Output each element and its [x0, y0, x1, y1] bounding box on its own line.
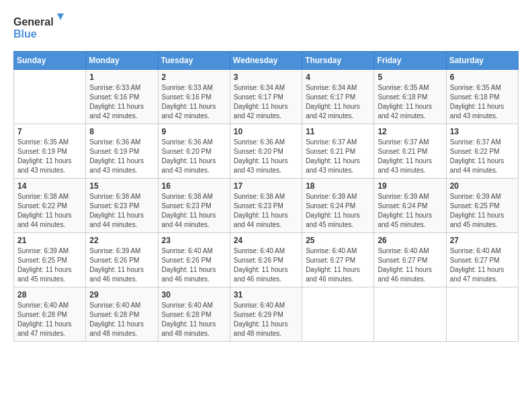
calendar-cell: 4Sunrise: 6:34 AM Sunset: 6:17 PM Daylig…: [302, 70, 374, 124]
calendar-cell: 2Sunrise: 6:33 AM Sunset: 6:16 PM Daylig…: [158, 70, 230, 124]
day-number: 1: [89, 73, 154, 82]
day-number: 17: [234, 181, 298, 191]
calendar-cell: 13Sunrise: 6:37 AM Sunset: 6:22 PM Dayli…: [446, 124, 518, 179]
day-info: Sunrise: 6:35 AM Sunset: 6:19 PM Dayligh…: [17, 138, 82, 175]
calendar-cell: 28Sunrise: 6:40 AM Sunset: 6:28 PM Dayli…: [14, 287, 86, 342]
calendar-cell: [446, 287, 518, 342]
day-info: Sunrise: 6:40 AM Sunset: 6:26 PM Dayligh…: [162, 246, 226, 284]
day-info: Sunrise: 6:35 AM Sunset: 6:18 PM Dayligh…: [450, 83, 515, 121]
calendar-cell: 10Sunrise: 6:36 AM Sunset: 6:20 PM Dayli…: [230, 124, 302, 179]
day-number: 24: [234, 236, 298, 245]
calendar-cell: 23Sunrise: 6:40 AM Sunset: 6:26 PM Dayli…: [158, 233, 230, 287]
calendar-cell: 15Sunrise: 6:38 AM Sunset: 6:23 PM Dayli…: [86, 179, 158, 233]
day-number: 19: [378, 181, 442, 191]
day-info: Sunrise: 6:40 AM Sunset: 6:28 PM Dayligh…: [17, 301, 82, 338]
day-number: 6: [450, 73, 515, 82]
svg-marker-2: [57, 13, 64, 20]
calendar-cell: 14Sunrise: 6:38 AM Sunset: 6:22 PM Dayli…: [14, 179, 86, 233]
calendar-cell: [374, 287, 446, 342]
day-number: 2: [162, 73, 226, 82]
calendar-cell: 16Sunrise: 6:38 AM Sunset: 6:23 PM Dayli…: [158, 179, 230, 233]
day-info: Sunrise: 6:40 AM Sunset: 6:27 PM Dayligh…: [306, 246, 370, 284]
day-number: 7: [17, 127, 82, 136]
calendar-cell: 22Sunrise: 6:39 AM Sunset: 6:26 PM Dayli…: [86, 233, 158, 287]
day-info: Sunrise: 6:40 AM Sunset: 6:28 PM Dayligh…: [162, 301, 226, 338]
day-number: 31: [234, 290, 298, 300]
day-number: 18: [306, 181, 370, 191]
day-number: 15: [89, 181, 154, 191]
day-header-thursday: Thursday: [302, 52, 374, 70]
day-info: Sunrise: 6:38 AM Sunset: 6:22 PM Dayligh…: [17, 192, 82, 230]
day-number: 30: [162, 290, 226, 300]
logo-icon: GeneralBlue: [13, 13, 67, 40]
day-info: Sunrise: 6:34 AM Sunset: 6:17 PM Dayligh…: [234, 83, 298, 121]
day-info: Sunrise: 6:39 AM Sunset: 6:24 PM Dayligh…: [378, 192, 442, 230]
calendar-cell: 18Sunrise: 6:39 AM Sunset: 6:24 PM Dayli…: [302, 179, 374, 233]
day-info: Sunrise: 6:37 AM Sunset: 6:22 PM Dayligh…: [450, 138, 515, 175]
day-number: 23: [162, 236, 226, 245]
day-number: 22: [89, 236, 154, 245]
day-header-saturday: Saturday: [446, 52, 518, 70]
day-info: Sunrise: 6:38 AM Sunset: 6:23 PM Dayligh…: [162, 192, 226, 230]
day-number: 4: [306, 73, 370, 82]
day-headers: SundayMondayTuesdayWednesdayThursdayFrid…: [14, 52, 519, 70]
week-row-3: 14Sunrise: 6:38 AM Sunset: 6:22 PM Dayli…: [14, 179, 519, 233]
day-number: 12: [378, 127, 442, 136]
calendar-cell: 9Sunrise: 6:36 AM Sunset: 6:20 PM Daylig…: [158, 124, 230, 179]
day-info: Sunrise: 6:33 AM Sunset: 6:16 PM Dayligh…: [89, 83, 154, 121]
calendar-cell: 5Sunrise: 6:35 AM Sunset: 6:18 PM Daylig…: [374, 70, 446, 124]
day-header-sunday: Sunday: [14, 52, 86, 70]
day-info: Sunrise: 6:39 AM Sunset: 6:25 PM Dayligh…: [17, 246, 82, 284]
calendar-cell: 11Sunrise: 6:37 AM Sunset: 6:21 PM Dayli…: [302, 124, 374, 179]
day-number: 11: [306, 127, 370, 136]
day-number: 9: [162, 127, 226, 136]
calendar-cell: [14, 70, 86, 124]
calendar-table: SundayMondayTuesdayWednesdayThursdayFrid…: [13, 51, 519, 342]
calendar-cell: [302, 287, 374, 342]
day-header-friday: Friday: [374, 52, 446, 70]
day-info: Sunrise: 6:39 AM Sunset: 6:24 PM Dayligh…: [306, 192, 370, 230]
day-info: Sunrise: 6:36 AM Sunset: 6:20 PM Dayligh…: [162, 138, 226, 175]
calendar-cell: 26Sunrise: 6:40 AM Sunset: 6:27 PM Dayli…: [374, 233, 446, 287]
day-info: Sunrise: 6:40 AM Sunset: 6:27 PM Dayligh…: [450, 246, 515, 284]
calendar-cell: 31Sunrise: 6:40 AM Sunset: 6:29 PM Dayli…: [230, 287, 302, 342]
week-row-5: 28Sunrise: 6:40 AM Sunset: 6:28 PM Dayli…: [14, 287, 519, 342]
calendar-cell: 30Sunrise: 6:40 AM Sunset: 6:28 PM Dayli…: [158, 287, 230, 342]
week-row-2: 7Sunrise: 6:35 AM Sunset: 6:19 PM Daylig…: [14, 124, 519, 179]
day-info: Sunrise: 6:39 AM Sunset: 6:25 PM Dayligh…: [450, 192, 515, 230]
day-info: Sunrise: 6:37 AM Sunset: 6:21 PM Dayligh…: [378, 138, 442, 175]
day-number: 10: [234, 127, 298, 136]
day-info: Sunrise: 6:40 AM Sunset: 6:28 PM Dayligh…: [89, 301, 154, 338]
day-number: 26: [378, 236, 442, 245]
calendar-cell: 17Sunrise: 6:38 AM Sunset: 6:23 PM Dayli…: [230, 179, 302, 233]
day-info: Sunrise: 6:38 AM Sunset: 6:23 PM Dayligh…: [89, 192, 154, 230]
calendar-cell: 19Sunrise: 6:39 AM Sunset: 6:24 PM Dayli…: [374, 179, 446, 233]
day-info: Sunrise: 6:36 AM Sunset: 6:19 PM Dayligh…: [89, 138, 154, 175]
day-number: 25: [306, 236, 370, 245]
logo: GeneralBlue: [13, 13, 67, 40]
calendar-cell: 12Sunrise: 6:37 AM Sunset: 6:21 PM Dayli…: [374, 124, 446, 179]
day-info: Sunrise: 6:34 AM Sunset: 6:17 PM Dayligh…: [306, 83, 370, 121]
day-number: 5: [378, 73, 442, 82]
day-number: 21: [17, 236, 82, 245]
day-info: Sunrise: 6:39 AM Sunset: 6:26 PM Dayligh…: [89, 246, 154, 284]
calendar-cell: 24Sunrise: 6:40 AM Sunset: 6:26 PM Dayli…: [230, 233, 302, 287]
day-number: 3: [234, 73, 298, 82]
page-header: GeneralBlue: [13, 13, 519, 40]
day-number: 8: [89, 127, 154, 136]
calendar-cell: 21Sunrise: 6:39 AM Sunset: 6:25 PM Dayli…: [14, 233, 86, 287]
week-row-1: 1Sunrise: 6:33 AM Sunset: 6:16 PM Daylig…: [14, 70, 519, 124]
day-number: 20: [450, 181, 515, 191]
calendar-cell: 27Sunrise: 6:40 AM Sunset: 6:27 PM Dayli…: [446, 233, 518, 287]
day-info: Sunrise: 6:36 AM Sunset: 6:20 PM Dayligh…: [234, 138, 298, 175]
day-info: Sunrise: 6:37 AM Sunset: 6:21 PM Dayligh…: [306, 138, 370, 175]
svg-text:Blue: Blue: [13, 28, 37, 40]
calendar-cell: 20Sunrise: 6:39 AM Sunset: 6:25 PM Dayli…: [446, 179, 518, 233]
calendar-cell: 3Sunrise: 6:34 AM Sunset: 6:17 PM Daylig…: [230, 70, 302, 124]
calendar-cell: 6Sunrise: 6:35 AM Sunset: 6:18 PM Daylig…: [446, 70, 518, 124]
calendar-cell: 8Sunrise: 6:36 AM Sunset: 6:19 PM Daylig…: [86, 124, 158, 179]
day-number: 16: [162, 181, 226, 191]
day-info: Sunrise: 6:33 AM Sunset: 6:16 PM Dayligh…: [162, 83, 226, 121]
calendar-cell: 29Sunrise: 6:40 AM Sunset: 6:28 PM Dayli…: [86, 287, 158, 342]
day-header-monday: Monday: [86, 52, 158, 70]
